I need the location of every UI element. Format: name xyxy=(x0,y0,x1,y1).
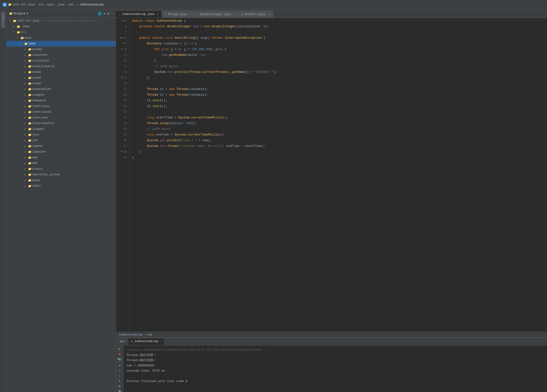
fold-8[interactable]: ▼ xyxy=(123,35,124,41)
code-line-6: private static AtomicInteger num = new A… xyxy=(132,24,547,29)
niuniu-label: niuniu xyxy=(32,167,42,171)
tree-item-interview[interactable]: ▶📁interview xyxy=(7,115,116,121)
tab-close-2[interactable]: × xyxy=(188,13,191,16)
tree-item-elasticsearch[interactable]: ▶📁elasticsearch xyxy=(7,64,116,69)
code-line-17: Thread t1 = new Thread(runnable); xyxy=(132,86,547,92)
ln-21: 21 xyxy=(116,109,129,115)
tree-item-innerclass2[interactable]: ▶📁innerclass2 xyxy=(7,109,116,115)
run-controls: ▶ ■ 📷 ↺ ↑ ↓ ⬇ ≡ 🗑 📌 xyxy=(116,345,123,392)
tree-item-lambda[interactable]: ▶📁lambda xyxy=(7,143,116,149)
exam4-label: exam4 xyxy=(32,82,41,85)
code-line-19: t1.start(); xyxy=(132,98,547,103)
tab-java-icon-3: ☕ xyxy=(197,13,199,16)
tree-item-operation_system[interactable]: ▶📁operation_system xyxy=(7,172,116,177)
breadcrumb-jvm: jvm xyxy=(68,3,73,7)
breadcrumb-project: test-for-java xyxy=(13,3,35,7)
panel-dropdown-icon[interactable]: ▼ xyxy=(26,12,28,15)
run-output-1: Thread-1执行结束！ xyxy=(126,353,544,358)
dump-btn[interactable]: ⬇ xyxy=(117,379,122,383)
stop-btn[interactable]: ■ xyxy=(117,352,122,356)
tab-close-4[interactable]: × xyxy=(267,13,270,16)
code-line-16 xyxy=(132,81,547,86)
fold-10[interactable]: ▼ xyxy=(121,47,122,52)
run-gutter-5[interactable]: ▶ xyxy=(123,18,124,24)
code-line-28: } xyxy=(132,149,547,155)
root-folder-icon: 📁 xyxy=(13,19,16,23)
run-output[interactable]: /Library/Java/JavaVirtualMachines/jdk1.8… xyxy=(123,345,547,392)
tree-item-collection[interactable]: ▶📁collection xyxy=(7,58,116,64)
ln-29: 29 xyxy=(116,155,129,160)
code-content[interactable]: public class JvmCountedLoop { private st… xyxy=(129,18,547,332)
tab-close-3[interactable]: × xyxy=(232,13,235,16)
tree-item-jingwei[interactable]: ▶📁jingwei xyxy=(7,126,116,132)
ln-num-7: 7 xyxy=(125,29,127,35)
tab-jvmcountedloop[interactable]: ☕ JvmCountedLoop.java × xyxy=(116,11,162,18)
code-line-23: Thread.sleep(millis: 1000); xyxy=(132,121,547,126)
tree-item-exam2[interactable]: ▶📁exam2 xyxy=(7,69,116,75)
panel-sync-btn[interactable]: ⇄ xyxy=(103,12,105,16)
run-gutter-8[interactable]: ▶ xyxy=(120,35,122,41)
root-arrow: ▼ xyxy=(9,20,12,22)
panel-minimize-btn[interactable]: − xyxy=(111,12,113,16)
tab-close-1[interactable]: × xyxy=(156,13,159,16)
panel-globe-btn[interactable]: 🌐 xyxy=(98,12,102,16)
tree-item-idea[interactable]: ▶ 📁 .idea xyxy=(7,24,116,29)
ln-num-28: 28 xyxy=(123,149,127,155)
fold-9[interactable]: ▼ xyxy=(123,41,124,47)
panel-title: 📁 Project ▼ xyxy=(9,12,28,15)
tab-unsafe[interactable]: ⬡ Unsafe.class × xyxy=(238,11,273,18)
tree-item-md5[interactable]: ▶📁md5 xyxy=(7,160,116,166)
tree-item-interviewTest[interactable]: ▶📁interviewTest xyxy=(7,121,116,126)
run-tab-close[interactable]: × xyxy=(160,340,161,343)
fold-15[interactable]: ▼ xyxy=(121,75,122,81)
bottom-content: ▶ ■ 📷 ↺ ↑ ↓ ⬇ ≡ 🗑 📌 /Library/Java/JavaVi… xyxy=(116,345,547,392)
code-line-5: public class JvmCountedLoop { xyxy=(132,18,547,24)
ln-num-10: 10 xyxy=(123,47,127,52)
ln-num-29: 29 xyxy=(123,155,127,160)
tree-item-shell[interactable]: ▶📁shell xyxy=(7,183,116,189)
ln-num-16: 16 xyxy=(123,81,127,86)
tree-item-exam4[interactable]: ▶📁exam4 xyxy=(7,81,116,86)
tree-item-jvm[interactable]: ▶📁jvm xyxy=(7,138,116,143)
ln-num-21: 21 xyxy=(123,109,127,115)
qunar-label: qunar xyxy=(32,179,41,182)
tab-atomicinteger[interactable]: ☕ AtomicInteger.java × xyxy=(194,11,238,18)
tree-item-logstash[interactable]: ▶📁logstash xyxy=(7,149,116,155)
ln-num-18: 18 xyxy=(123,92,127,98)
tree-item-animal[interactable]: ▶📁animal xyxy=(7,47,116,52)
homework-label: homework xyxy=(32,99,46,102)
rerun-btn[interactable]: ↺ xyxy=(117,363,122,367)
scroll-up-btn[interactable]: ↑ xyxy=(117,369,122,372)
bottom-tabs: Run: ▶ JvmCountedLoop × xyxy=(116,338,547,345)
tree-item-main[interactable]: ▼ 📁 main xyxy=(7,35,116,41)
ln-15: ▼15 xyxy=(116,75,129,81)
tree-item-homework[interactable]: ▶📁homework xyxy=(7,98,116,103)
panel-actions: 🌐 ⇄ ⚙ − xyxy=(98,12,113,16)
panel-settings-btn[interactable]: ⚙ xyxy=(107,12,109,16)
tree-item-innerclass[interactable]: ▶📁innerclass xyxy=(7,103,116,109)
tree-item-examination[interactable]: ▶📁examination xyxy=(7,86,116,92)
bottom-tab-run[interactable]: ▶ JvmCountedLoop × xyxy=(129,338,164,345)
ln-num-6: 6 xyxy=(125,24,127,29)
run-btn[interactable]: ▶ xyxy=(117,347,122,351)
tree-item-json[interactable]: ▶📁json xyxy=(7,132,116,138)
settings-btn-small[interactable]: ≡ xyxy=(117,385,122,388)
project-strip-btn[interactable]: 1: Project xyxy=(1,11,6,28)
tree-item-exam3[interactable]: ▶📁exam3 xyxy=(7,75,116,81)
tree-item-map[interactable]: ▶📁map xyxy=(7,155,116,160)
ln-num-17: 17 xyxy=(123,86,127,92)
tree-item-src[interactable]: ▼ 📁 src xyxy=(7,29,116,35)
trash-btn[interactable]: 🗑 xyxy=(117,390,122,392)
camera-btn[interactable]: 📷 xyxy=(117,358,122,362)
code-line-29: } xyxy=(132,155,547,160)
run-cmd-line: /Library/Java/JavaVirtualMachines/jdk1.8… xyxy=(126,347,544,353)
scroll-down-btn[interactable]: ↓ xyxy=(117,374,122,378)
tree-item-java[interactable]: ▼ 📁 java xyxy=(7,41,116,47)
tree-item-example[interactable]: ▶📁example xyxy=(7,92,116,98)
tree-item-classtest[interactable]: ▶📁classtest xyxy=(7,52,116,58)
fold-28[interactable]: ▼ xyxy=(121,149,122,155)
tree-root[interactable]: ▼ 📁 test-for-java ~/Programming/Backend/… xyxy=(7,18,116,24)
tree-item-qunar[interactable]: ▶📁qunar xyxy=(7,177,116,183)
tab-thread[interactable]: ☕ Thread.java × xyxy=(162,11,194,18)
tree-item-niuniu[interactable]: ▶📁niuniu xyxy=(7,166,116,172)
